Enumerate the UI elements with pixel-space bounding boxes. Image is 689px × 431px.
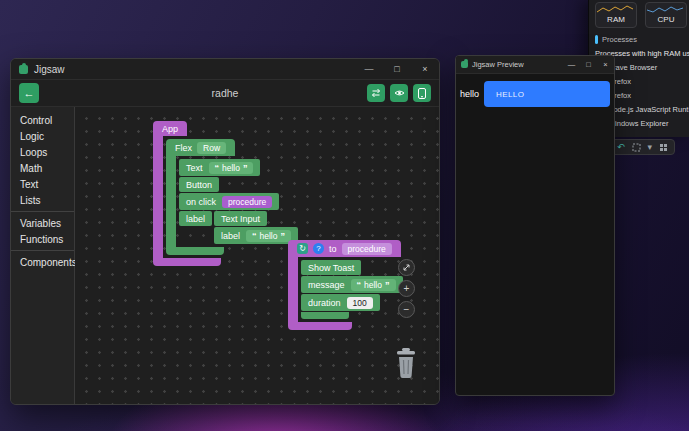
text-input-block[interactable]: Text Input label “ hello <box>214 211 298 244</box>
trash-icon <box>393 347 419 379</box>
swap-view-button[interactable] <box>367 84 385 102</box>
message-row[interactable]: message “ hello ” <box>301 276 403 293</box>
show-toast-header[interactable]: Show Toast <box>301 260 361 275</box>
message-value: hello <box>364 280 382 290</box>
processes-section-header[interactable]: Processes <box>595 35 689 44</box>
desktop-background: RAM CPU Processes Processes with high RA… <box>0 0 689 431</box>
input-value-block[interactable]: “ hello ” <box>246 230 291 242</box>
chevron-down-icon[interactable]: ▾ <box>648 143 653 152</box>
minimize-button[interactable]: — <box>563 56 580 73</box>
crop-icon[interactable] <box>632 143 641 152</box>
on-click-label: on click <box>186 197 216 207</box>
recenter-icon <box>402 263 411 272</box>
cpu-graph-icon <box>647 4 685 14</box>
app-block-header[interactable]: App <box>153 121 187 136</box>
sidebar-item-variables[interactable]: Variables <box>11 215 74 231</box>
duration-value-block[interactable]: 100 <box>347 297 373 309</box>
process-name: Windows Explorer <box>608 119 668 128</box>
processes-label: Processes <box>602 35 637 44</box>
text-input-label-row[interactable]: label “ hello ” <box>214 227 298 244</box>
tab-ram[interactable]: RAM <box>595 2 637 28</box>
process-name: Node.js JavaScript Runtime <box>608 105 689 114</box>
plus-icon: + <box>404 284 410 294</box>
floating-toolbar: ↶ ▾ <box>610 139 675 155</box>
tab-ram-label: RAM <box>607 15 625 27</box>
preview-button[interactable] <box>390 84 408 102</box>
close-button[interactable]: × <box>597 56 614 73</box>
label-field-label: label <box>186 214 205 224</box>
maximize-button[interactable]: □ <box>383 59 411 79</box>
input-label-field: label <box>221 231 240 241</box>
sidebar-item-lists[interactable]: Lists <box>11 192 74 208</box>
preview-hello-button[interactable]: HELLO <box>484 81 610 107</box>
procedure-name-field[interactable]: procedure <box>342 243 392 255</box>
text-input-header[interactable]: Text Input <box>214 211 267 226</box>
flex-block[interactable]: Flex Row Text <box>166 139 298 255</box>
tab-cpu-label: CPU <box>658 15 675 27</box>
sidebar-item-functions[interactable]: Functions <box>11 231 74 247</box>
preview-window-controls: — □ × <box>563 56 614 73</box>
tab-cpu[interactable]: CPU <box>645 2 687 28</box>
flex-direction-dropdown[interactable]: Row <box>197 142 226 154</box>
block-canvas[interactable]: App Flex Row <box>75 107 439 404</box>
window-title: Jigsaw <box>34 64 65 75</box>
sidebar-item-text[interactable]: Text <box>11 176 74 192</box>
on-click-row[interactable]: on click procedure <box>179 193 279 210</box>
jigsaw-logo-icon <box>19 65 28 74</box>
message-label: message <box>308 280 345 290</box>
input-value: hello <box>260 231 278 241</box>
recenter-button[interactable] <box>398 259 415 276</box>
jigsaw-logo-icon <box>461 61 468 68</box>
close-quote-icon: ” <box>385 280 390 290</box>
maximize-button[interactable]: □ <box>580 56 597 73</box>
ram-graph-icon <box>597 4 635 14</box>
refresh-icon[interactable]: ↻ <box>297 243 308 254</box>
duration-row[interactable]: duration 100 <box>301 294 380 311</box>
open-quote-icon: “ <box>357 280 362 290</box>
process-name: Brave Browser <box>608 63 657 72</box>
jigsaw-window: Jigsaw — □ × ← radhe <box>10 58 440 405</box>
grid-icon[interactable] <box>659 143 668 152</box>
show-toast-block[interactable]: Show Toast message “ hello ” <box>301 260 403 319</box>
trash-dropzone[interactable] <box>393 347 419 383</box>
export-device-button[interactable] <box>413 84 431 102</box>
back-button[interactable]: ← <box>19 83 39 103</box>
sidebar-item-logic[interactable]: Logic <box>11 128 74 144</box>
eye-icon <box>394 89 405 97</box>
sidebar-item-components[interactable]: Components <box>11 254 74 270</box>
app-block[interactable]: App Flex Row <box>153 121 298 266</box>
procedure-definition-block[interactable]: ↻ ? to procedure Show T <box>288 240 403 330</box>
text-value-block[interactable]: “ hello ” <box>209 162 254 174</box>
sidebar-divider <box>11 250 74 251</box>
phone-icon <box>418 88 426 99</box>
procedure-call-block[interactable]: procedure <box>222 196 272 208</box>
procedure-header[interactable]: ↻ ? to procedure <box>288 240 401 257</box>
zoom-in-button[interactable]: + <box>398 280 415 297</box>
message-value-block[interactable]: “ hello ” <box>351 279 396 291</box>
button-block-label: Button <box>186 180 212 190</box>
preview-window: Jigsaw Preview — □ × hello HELLO <box>455 55 615 396</box>
close-quote-icon: ” <box>281 231 286 241</box>
undo-icon[interactable]: ↶ <box>617 143 625 152</box>
sidebar-item-control[interactable]: Control <box>11 112 74 128</box>
preview-text: hello <box>460 81 479 99</box>
swap-icon <box>371 88 381 98</box>
app-block-label: App <box>162 124 178 134</box>
close-button[interactable]: × <box>411 59 439 79</box>
sidebar-item-math[interactable]: Math <box>11 160 74 176</box>
zoom-controls: + − <box>398 259 415 318</box>
editor-body: Control Logic Loops Math Text Lists Vari… <box>11 107 439 404</box>
button-block[interactable]: Button <box>179 177 219 192</box>
text-field-row[interactable]: Text “ hello ” <box>179 159 260 176</box>
sidebar-item-loops[interactable]: Loops <box>11 144 74 160</box>
text-field-label: Text <box>186 163 203 173</box>
open-quote-icon: “ <box>215 163 220 173</box>
zoom-out-button[interactable]: − <box>398 301 415 318</box>
help-icon[interactable]: ? <box>313 243 324 254</box>
duration-label: duration <box>308 298 341 308</box>
text-input-label: Text Input <box>221 214 260 224</box>
window-controls: — □ × <box>355 59 439 79</box>
flex-block-header[interactable]: Flex Row <box>166 139 235 156</box>
label-field-row[interactable]: label <box>179 211 212 226</box>
minimize-button[interactable]: — <box>355 59 383 79</box>
